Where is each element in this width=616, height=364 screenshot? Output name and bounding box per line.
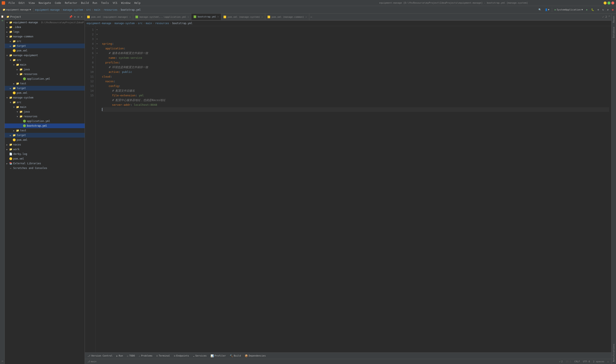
- menu-item-navigate[interactable]: Navigate: [37, 1, 53, 5]
- tree-item-19[interactable]: ▼📁resources: [5, 114, 85, 119]
- breadcrumb-item-src[interactable]: src: [86, 8, 91, 11]
- code-editor[interactable]: spring: application: # 服务名称和配置文件保持一致 nam…: [98, 26, 609, 352]
- breadcrumb-item-manage_system[interactable]: manage-system: [63, 8, 83, 11]
- tab-close-button[interactable]: ✕: [306, 16, 307, 18]
- tree-item-26[interactable]: ▶📁work: [5, 147, 85, 152]
- run-button[interactable]: ▶: [585, 7, 589, 12]
- vcs-status[interactable]: ⎇ main: [87, 360, 97, 363]
- project-tree[interactable]: ▼ 📁 equipment-manage D:\YhcResource\myPr…: [5, 20, 85, 364]
- menu-item-build[interactable]: Build: [79, 1, 90, 5]
- tree-item-16[interactable]: ▼📁src: [5, 100, 85, 105]
- menu-item-vcs[interactable]: VCS: [111, 1, 119, 5]
- tree-item-20[interactable]: 🟢application.yml: [5, 119, 85, 123]
- bottom-tab-vc[interactable]: ⎇Version Control: [86, 354, 114, 358]
- tree-item-13[interactable]: ▶📁target: [5, 86, 85, 91]
- fold-gutter-2[interactable]: ▾: [95, 32, 98, 37]
- panel-collapse-button[interactable]: ≡: [74, 15, 76, 19]
- tree-expand-arrow[interactable]: ▼: [6, 97, 9, 99]
- menu-item-refactor[interactable]: Refactor: [63, 1, 79, 5]
- status-position[interactable]: 15:1: [565, 360, 572, 363]
- bottom-tab-problems[interactable]: ⚠Problems: [137, 354, 154, 358]
- fold-gutter-1[interactable]: ▾: [95, 27, 98, 32]
- minimize-button[interactable]: −: [603, 1, 607, 4]
- tree-item-27[interactable]: 📄derby.log: [5, 152, 85, 156]
- editor-scrollbar[interactable]: [609, 26, 611, 352]
- fold-gutter-9[interactable]: ▾: [95, 46, 98, 51]
- structure-icon[interactable]: S: [0, 359, 4, 363]
- editor-tab-0[interactable]: 🟨pom.xml (equipment-manage)✕: [85, 14, 133, 20]
- bottom-tab-run[interactable]: ▶Run: [115, 354, 125, 358]
- translate-button[interactable]: ⇄: [606, 7, 610, 12]
- tab-close-button[interactable]: ✕: [217, 15, 219, 18]
- tree-expand-arrow[interactable]: ▼: [13, 106, 16, 108]
- menu-item-file[interactable]: File: [7, 1, 16, 5]
- file-breadcrumb-item[interactable]: manage-system: [115, 22, 135, 25]
- panel-close-button[interactable]: ✕: [80, 15, 83, 19]
- bookmarks-icon[interactable]: B: [0, 19, 4, 23]
- tree-item-2[interactable]: ▼📁manage-common: [5, 34, 85, 39]
- status-warning[interactable]: ⚠: [606, 360, 610, 363]
- tree-expand-arrow[interactable]: ▶: [6, 31, 9, 33]
- tree-item-14[interactable]: 🟡pom.xml: [5, 91, 85, 95]
- tree-expand-arrow[interactable]: ▶: [10, 134, 13, 136]
- menu-item-help[interactable]: Help: [133, 1, 142, 5]
- tree-expand-arrow[interactable]: ▼: [13, 64, 16, 66]
- tree-item-5[interactable]: 🟡pom.xml: [5, 48, 85, 53]
- tree-item-3[interactable]: ▶📁src: [5, 39, 85, 44]
- file-breadcrumb-item[interactable]: src: [138, 22, 143, 25]
- right-strip-maven[interactable]: Maven: [612, 14, 615, 24]
- tree-expand-arrow[interactable]: ▶: [13, 130, 16, 132]
- menu-item-tools[interactable]: Tools: [99, 1, 110, 5]
- tree-item-0[interactable]: ▶📁.idea: [5, 25, 85, 29]
- tree-item-8[interactable]: ▼📁main: [5, 62, 85, 67]
- tree-item-30[interactable]: ✏️Scratches and Consoles: [5, 166, 85, 170]
- sync-button[interactable]: ↻: [601, 7, 605, 12]
- tree-item-12[interactable]: ▶📁test: [5, 81, 85, 86]
- maximize-button[interactable]: □: [607, 1, 610, 4]
- profile-button[interactable]: 👤▼: [544, 7, 550, 12]
- tree-expand-arrow[interactable]: ▶: [10, 40, 13, 42]
- fold-gutter-8[interactable]: ▾: [95, 41, 98, 46]
- breadcrumb-item-resources[interactable]: resources: [104, 8, 118, 11]
- tree-item-7[interactable]: ▼📁src: [5, 58, 85, 62]
- tree-expand-arrow[interactable]: ▼: [6, 54, 9, 57]
- fold-gutter-10[interactable]: ▾: [95, 51, 98, 55]
- editor-tab-4[interactable]: 🟨pom.xml (manage-common)✕: [265, 14, 309, 20]
- right-strip-database[interactable]: Database: [612, 26, 615, 39]
- file-breadcrumb-item[interactable]: resources: [155, 22, 169, 25]
- project-dropdown[interactable]: 📁 equipment-manage ▼: [1, 7, 32, 12]
- fold-gutter-5[interactable]: ▾: [95, 37, 98, 41]
- menu-item-window[interactable]: Window: [120, 1, 132, 5]
- tree-item-17[interactable]: ▼📁main: [5, 105, 85, 109]
- tree-item-15[interactable]: ▼📁manage-system: [5, 95, 85, 100]
- tree-item-18[interactable]: ▼📁java: [5, 109, 85, 114]
- tree-item-11[interactable]: 🟢application.yml: [5, 77, 85, 81]
- bottom-tab-profiler[interactable]: 📊Profiler: [209, 354, 228, 358]
- editor-tab-3[interactable]: 🟨pom.xml (manage-system)✕: [221, 14, 265, 20]
- tree-item-9[interactable]: ▶📁java: [5, 67, 85, 72]
- bottom-tab-dependencies[interactable]: 📦Dependencies: [243, 354, 268, 358]
- tree-item-6[interactable]: ▼📁manage-equipment: [5, 53, 85, 58]
- tree-item-22[interactable]: ▶📁test: [5, 128, 85, 133]
- menu-item-view[interactable]: View: [27, 1, 37, 5]
- breadcrumb-item-main[interactable]: main: [94, 8, 100, 11]
- tree-item-29[interactable]: ▶📚External Libraries: [5, 161, 85, 166]
- search-button[interactable]: 🔍: [537, 7, 543, 12]
- bottom-tab-terminal[interactable]: ⊡Terminal: [155, 354, 172, 358]
- tree-expand-arrow[interactable]: ▶: [6, 162, 9, 165]
- menu-item-run[interactable]: Run: [91, 1, 99, 5]
- bottom-tab-build[interactable]: 🔨Build: [228, 354, 242, 358]
- file-breadcrumb-item[interactable]: main: [146, 22, 152, 25]
- tab-action-checkmarks[interactable]: ✓ 2 ^: [602, 15, 610, 18]
- editor-tab-2[interactable]: 🟩bootstrap.yml✕: [191, 14, 221, 20]
- tree-item-23[interactable]: ▶📁target: [5, 133, 85, 138]
- project-icon[interactable]: 📋: [0, 14, 4, 18]
- bottom-tab-todo[interactable]: ☑TODO: [125, 354, 137, 358]
- tab-overflow-button[interactable]: ⋯: [309, 15, 314, 19]
- tree-expand-arrow[interactable]: ▶: [13, 82, 16, 85]
- breadcrumb-item-equipment_manage[interactable]: equipment-manage: [35, 8, 60, 11]
- tree-expand-arrow[interactable]: ▶: [10, 87, 13, 90]
- bottom-tab-services[interactable]: ☁Services: [191, 354, 208, 358]
- panel-pin-button[interactable]: 📌: [69, 15, 73, 19]
- tab-close-button[interactable]: ✕: [129, 16, 131, 18]
